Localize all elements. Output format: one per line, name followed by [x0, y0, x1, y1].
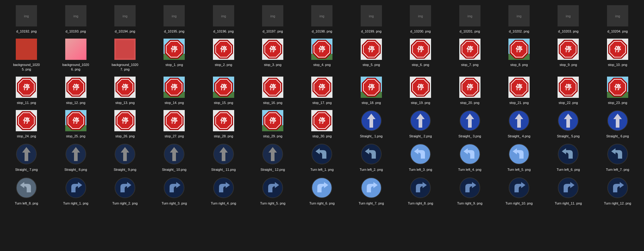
list-item[interactable]: img d_10195. png [150, 2, 198, 35]
list-item[interactable]: background_10205. png [2, 36, 50, 73]
thumbnail [64, 37, 88, 61]
list-item[interactable]: 停 stop_23. png [594, 74, 642, 106]
list-item[interactable]: Turn right_11. png [544, 174, 592, 207]
svg-text:img: img [24, 15, 29, 18]
thumbnail [113, 37, 137, 61]
list-item[interactable]: 停 stop_15. png [200, 74, 248, 106]
list-item[interactable]: background_10207. png [101, 36, 149, 73]
list-item[interactable]: Straight_ 10.png [150, 141, 198, 173]
list-item[interactable]: Turn right_4. png [200, 174, 248, 207]
list-item[interactable]: 停 stop_10. png [594, 36, 642, 73]
list-item[interactable]: 停 stop_16. png [249, 74, 297, 106]
list-item[interactable]: 停 stop_6. png [396, 36, 444, 73]
list-item[interactable]: background_10206. png [52, 36, 99, 73]
list-item[interactable]: Straight_ 2.png [396, 107, 444, 139]
list-item[interactable]: Straight_ 1.png [347, 107, 395, 139]
list-item[interactable]: Turn left_5. png [495, 141, 543, 173]
list-item[interactable]: Turn right_7. png [347, 174, 395, 207]
list-item[interactable]: 停 stop_8. png [495, 36, 543, 73]
list-item[interactable]: img d_10200. png [396, 2, 444, 35]
list-item[interactable]: img d_10204. png [594, 2, 642, 35]
thumbnail: 停 [14, 108, 39, 133]
thumbnail [162, 176, 186, 200]
thumbnail [162, 142, 186, 166]
list-item[interactable]: 停 stop_29. png [249, 107, 297, 139]
thumbnail: img [261, 4, 285, 28]
list-item[interactable]: img d_10192. png [2, 2, 50, 35]
list-item[interactable]: 停 stop_7. png [446, 36, 494, 73]
list-item[interactable]: 停 stop_28. png [200, 107, 248, 139]
thumbnail [408, 142, 433, 166]
list-item[interactable]: Turn left_7. png [594, 141, 642, 173]
list-item[interactable]: img d_10202. png [495, 2, 543, 35]
list-item[interactable]: img d_10203. png [544, 2, 592, 35]
list-item[interactable]: 停 stop_12. png [52, 74, 99, 106]
file-label: stop_20. png [460, 101, 480, 105]
list-item[interactable]: Turn right_10. png [495, 174, 543, 207]
file-label: Straight_ 9.png [114, 167, 137, 172]
list-item[interactable]: 停 stop_3. png [249, 36, 297, 73]
list-item[interactable]: img d_10196. png [200, 2, 248, 35]
file-label: d_10204. png [607, 29, 628, 33]
list-item[interactable]: 停 stop_26. png [101, 107, 149, 139]
list-item[interactable]: 停 stop_4. png [298, 36, 346, 73]
list-item[interactable]: Turn left_8. png [2, 174, 50, 207]
list-item[interactable]: img d_10197. png [249, 2, 297, 35]
list-item[interactable]: Straight_ 5.png [544, 107, 592, 139]
list-item[interactable]: Turn left_1. png [298, 141, 346, 173]
list-item[interactable]: Turn right_2. png [101, 174, 149, 207]
list-item[interactable]: img d_10193. png [52, 2, 99, 35]
list-item[interactable]: img d_10199. png [347, 2, 395, 35]
list-item[interactable]: Straight_ 11.png [200, 141, 248, 173]
list-item[interactable]: Turn right_8. png [396, 174, 444, 207]
list-item[interactable]: img d_10201. png [446, 2, 494, 35]
svg-text:停: 停 [121, 83, 128, 91]
file-label: Turn left_4. png [458, 167, 481, 172]
list-item[interactable]: 停 stop_30. png [298, 107, 346, 139]
list-item[interactable]: Turn right_12. png [594, 174, 642, 207]
list-item[interactable]: Straight_ 4.png [495, 107, 543, 139]
list-item[interactable]: 停 stop_22. png [544, 74, 592, 106]
list-item[interactable]: 停 stop_1. png [150, 36, 198, 73]
list-item[interactable]: Turn right_1. png [52, 174, 99, 207]
thumbnail: img [507, 4, 531, 28]
list-item[interactable]: 停 stop_11. png [2, 74, 50, 106]
list-item[interactable]: Turn left_6. png [544, 141, 592, 173]
list-item[interactable]: 停 stop_2. png [200, 36, 248, 73]
file-label: stop_21. png [509, 101, 529, 105]
list-item[interactable]: img d_10198. png [298, 2, 346, 35]
svg-text:停: 停 [466, 83, 473, 91]
list-item[interactable]: 停 stop_21. png [495, 74, 543, 106]
thumbnail: 停 [162, 37, 186, 61]
list-item[interactable]: Turn right_9. png [446, 174, 494, 207]
svg-point-193 [164, 178, 184, 198]
list-item[interactable]: Turn left_3. png [396, 141, 444, 173]
list-item[interactable]: 停 stop_9. png [544, 36, 592, 73]
list-item[interactable]: 停 stop_18. png [347, 74, 395, 106]
list-item[interactable]: Turn left_4. png [446, 141, 494, 173]
file-label: stop_23. png [608, 101, 627, 105]
list-item[interactable]: 停 stop_25. png [52, 107, 99, 139]
list-item[interactable]: 停 stop_5. png [347, 36, 395, 73]
thumbnail [458, 108, 482, 133]
list-item[interactable]: 停 stop_24. png [2, 107, 50, 139]
svg-text:停: 停 [565, 45, 572, 53]
list-item[interactable]: 停 stop_19. png [396, 74, 444, 106]
list-item[interactable]: Straight_ 8.png [52, 141, 99, 173]
list-item[interactable]: 停 stop_13. png [101, 74, 149, 106]
list-item[interactable]: Straight_ 3.png [446, 107, 494, 139]
list-item[interactable]: Turn left_2. png [347, 141, 395, 173]
list-item[interactable]: 停 stop_20. png [446, 74, 494, 106]
list-item[interactable]: img d_10194. png [101, 2, 149, 35]
list-item[interactable]: Straight_ 12.png [249, 141, 297, 173]
list-item[interactable]: Straight_ 9.png [101, 141, 149, 173]
list-item[interactable]: 停 stop_17. png [298, 74, 346, 106]
list-item[interactable]: 停 stop_27. png [150, 107, 198, 139]
list-item[interactable]: Straight_ 6.png [594, 107, 642, 139]
list-item[interactable]: Turn right_5. png [249, 174, 297, 207]
list-item[interactable]: Straight_ 7.png [2, 141, 50, 173]
list-item[interactable]: 停 stop_14. png [150, 74, 198, 106]
list-item[interactable]: Turn right_6. png [298, 174, 346, 207]
thumbnail [310, 176, 334, 200]
list-item[interactable]: Turn right_3. png [150, 174, 198, 207]
